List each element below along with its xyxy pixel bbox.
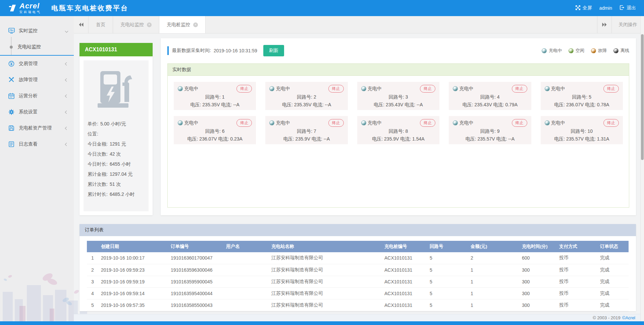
sidebar-item-fault-mgmt[interactable]: 故障管理: [0, 72, 74, 88]
tabs-scroll-left-button[interactable]: [74, 16, 89, 33]
table-cell: 完成: [597, 276, 629, 287]
chevron-left-icon: [65, 78, 68, 82]
legend-label: 故障: [598, 48, 607, 54]
tab-close-icon[interactable]: ×: [193, 22, 198, 27]
table-cell: 1910163601700047: [168, 252, 223, 264]
sidebar-item-log-view[interactable]: 日志查看: [0, 136, 74, 152]
tab-2[interactable]: 充电站监控×: [113, 16, 159, 33]
terminate-button[interactable]: 终止: [512, 119, 527, 127]
table-cell: ACX1010131: [382, 276, 427, 287]
table-cell: 5: [427, 287, 468, 299]
circuit-readings: 电压: 236.07V 电流: 0.23A: [178, 136, 252, 142]
fullscreen-icon: [575, 5, 581, 11]
stat-value: 6485.2 小时: [110, 189, 135, 199]
charging-status-dot: [453, 86, 458, 91]
circuit-number: 回路号: 1: [178, 94, 252, 100]
fullscreen-button[interactable]: 全屏: [575, 5, 592, 11]
monitor-panel: 最新数据采集时间: 2019-10-16 10:31:59 刷新 充电中空闲故障…: [161, 38, 636, 215]
sidebar-group-system-settings: 系统设置: [0, 104, 74, 120]
main-content: ACX1010131: [74, 34, 644, 314]
circuit-card-8: 充电中终止回路号: 8电压: 235.9V 电流: 1.54A: [357, 116, 439, 144]
table-cell: 投币: [556, 287, 597, 299]
chevron-left-icon: [65, 62, 68, 65]
table-cell: 2: [468, 252, 519, 264]
collect-time-value: 2019-10-16 10:31:59: [214, 48, 257, 53]
table-row: 52019-10-16 09:57:351910163585500043江苏安科…: [87, 299, 629, 311]
table-cell: ACX1010131: [382, 287, 427, 299]
stat-label: 单价:: [88, 119, 98, 129]
refresh-button[interactable]: 刷新: [263, 45, 284, 56]
sidebar-item-pile-asset-mgmt[interactable]: 充电桩资产管理: [0, 120, 74, 136]
tab-3[interactable]: 充电桩监控×: [159, 16, 206, 33]
table-cell: 600: [519, 252, 556, 264]
table-cell: [223, 276, 269, 287]
acrel-logo[interactable]: Acrel 安科瑞电气: [0, 2, 41, 14]
tab-label: 充电站监控: [120, 22, 144, 28]
circuit-number: 回路号: 4: [453, 94, 527, 100]
row-index: 3: [87, 276, 98, 287]
table-cell: [223, 287, 269, 299]
charging-status-dot: [361, 120, 366, 125]
circuit-card-2: 充电中终止回路号: 2电压: 235.35V 电流: --A: [265, 82, 347, 110]
station-stat: 累计金额:1297.04 元: [88, 169, 145, 179]
sidebar-item-station-monitor[interactable]: 充电站监控: [0, 39, 74, 55]
tab-1[interactable]: 首页: [89, 16, 113, 33]
sidebar-item-operation-analysis[interactable]: 运营分析: [0, 88, 74, 104]
table-cell: 江苏安科瑞制造有限公司: [269, 299, 382, 311]
terminate-button[interactable]: 终止: [328, 119, 344, 127]
tabs-scroll-right-button[interactable]: [597, 16, 612, 33]
scrollbar-thumb[interactable]: [641, 34, 644, 160]
table-cell: 300: [519, 287, 556, 299]
table-cell: 1: [468, 264, 519, 276]
tab-close-icon[interactable]: ×: [147, 22, 152, 27]
terminate-button[interactable]: 终止: [236, 85, 252, 93]
logout-button[interactable]: 退出: [620, 5, 636, 11]
table-cell: 完成: [597, 299, 629, 311]
table-cell: 1: [468, 287, 519, 299]
sidebar-item-realtime-monitor[interactable]: 实时监控: [0, 23, 74, 39]
acrel-link[interactable]: ©Acrel: [622, 315, 635, 320]
circuit-number: 回路号: 10: [545, 128, 619, 134]
sidebar-item-label: 实时监控: [19, 28, 38, 34]
column-header: 充电时间(分): [519, 241, 556, 252]
charging-status-label: 充电中: [276, 86, 290, 92]
chevron-left-icon: [65, 94, 68, 98]
terminate-button[interactable]: 终止: [236, 119, 252, 127]
terminate-button[interactable]: 终止: [512, 85, 527, 93]
terminate-button[interactable]: 终止: [603, 119, 619, 127]
tab-label: 充电桩监控: [167, 22, 190, 28]
station-card: ACX1010131: [79, 43, 153, 215]
collect-time-label: 最新数据采集时间:: [172, 48, 211, 54]
sidebar-item-label: 故障管理: [19, 77, 38, 83]
transaction-icon: [8, 60, 15, 67]
terminate-button[interactable]: 终止: [420, 85, 435, 93]
vertical-scrollbar[interactable]: [640, 16, 644, 321]
chevron-left-icon: [65, 110, 68, 114]
username: admin: [599, 5, 612, 11]
column-header: 金额(元): [468, 241, 519, 252]
table-cell: 2019-10-16 09:59:19: [98, 276, 168, 287]
sidebar-item-system-settings[interactable]: 系统设置: [0, 104, 74, 120]
sidebar-item-transaction-mgmt[interactable]: 交易管理: [0, 56, 74, 72]
sidebar-item-label: 运营分析: [19, 93, 38, 99]
terminate-button[interactable]: 终止: [420, 119, 435, 127]
legend-label: 空闲: [576, 48, 584, 54]
terminate-button[interactable]: 终止: [603, 85, 619, 93]
table-cell: 江苏安科瑞制造有限公司: [269, 252, 382, 264]
row-index: 1: [87, 252, 98, 264]
stat-label: 累计次数:: [88, 179, 108, 189]
monitor-icon: [8, 28, 15, 34]
table-cell: 投币: [556, 299, 597, 311]
close-operations-button[interactable]: 关闭操作: [612, 16, 644, 33]
circuit-card-10: 充电中终止回路号: 10电压: 235.57V 电流: 1.31A: [541, 116, 623, 144]
table-row: 22019-10-16 09:59:231910163596300046江苏安科…: [87, 264, 629, 276]
sidebar-group-log-view: 日志查看: [0, 136, 74, 152]
user-menu[interactable]: admin: [599, 5, 612, 11]
circuit-number: 回路号: 7: [269, 128, 343, 134]
row-index: 5: [87, 299, 98, 311]
circuit-card-4: 充电中终止回路号: 4电压: 235.43V 电流: 0.79A: [449, 82, 531, 110]
terminate-button[interactable]: 终止: [328, 85, 344, 93]
table-cell: 投币: [556, 276, 597, 287]
table-cell: 完成: [597, 252, 629, 264]
sidebar-subitem-label: 充电站监控: [17, 44, 41, 50]
